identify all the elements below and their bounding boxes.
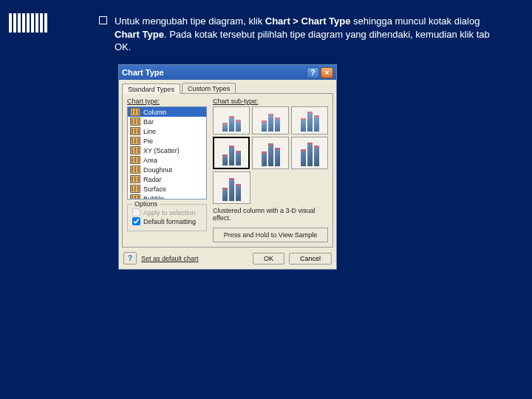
chart-type-label: Chart type: xyxy=(127,98,207,105)
chart-subtype-grid xyxy=(213,106,328,134)
default-formatting-checkbox[interactable]: Default formatting xyxy=(132,217,202,225)
bullet-marker xyxy=(99,16,107,24)
dialog-body: Chart type: Column Bar Line Pie XY (Scat… xyxy=(122,93,333,248)
radar-icon xyxy=(130,175,140,183)
scatter-icon xyxy=(130,146,140,154)
pie-icon xyxy=(130,137,140,145)
chart-type-dialog: Chart Type ? × Standard Types Custom Typ… xyxy=(118,64,337,270)
options-group: Options Apply to selection Default forma… xyxy=(127,204,207,231)
subtype-thumb[interactable] xyxy=(213,106,250,134)
list-item[interactable]: Pie xyxy=(128,136,206,146)
list-item[interactable]: Column xyxy=(128,107,206,117)
dialog-title: Chart Type xyxy=(122,68,305,77)
set-default-link[interactable]: Set as default chart xyxy=(141,255,248,262)
bar-icon xyxy=(130,117,140,126)
subtype-description: Clustered column with a 3-D visual effec… xyxy=(213,207,328,222)
ok-button[interactable]: OK xyxy=(253,253,284,265)
subtype-thumb[interactable] xyxy=(291,137,328,169)
tab-custom-types[interactable]: Custom Types xyxy=(182,83,236,93)
dialog-footer: ? Set as default chart OK Cancel xyxy=(119,248,336,269)
chart-subtype-grid-row2 xyxy=(213,137,328,169)
list-item[interactable]: Doughnut xyxy=(128,165,206,174)
cancel-button[interactable]: Cancel xyxy=(289,253,332,265)
subtype-thumb-selected[interactable] xyxy=(213,137,250,169)
help-icon[interactable]: ? xyxy=(307,67,319,78)
subtype-thumb[interactable] xyxy=(252,137,289,169)
chart-subtype-grid-row3 xyxy=(213,171,250,204)
apply-to-selection-checkbox[interactable]: Apply to selection xyxy=(132,208,202,216)
help-button[interactable]: ? xyxy=(123,252,137,265)
list-item[interactable]: Line xyxy=(128,126,206,136)
subtype-thumb[interactable] xyxy=(252,106,289,134)
close-icon[interactable]: × xyxy=(321,67,333,78)
column-icon xyxy=(130,108,140,116)
view-sample-button[interactable]: Press and Hold to View Sample xyxy=(213,228,328,242)
list-item[interactable]: XY (Scatter) xyxy=(128,146,206,155)
bubble-icon xyxy=(130,194,140,200)
list-item[interactable]: Area xyxy=(128,155,206,165)
bullet-text: Untuk mengubah tipe diagram, klik Chart … xyxy=(115,15,502,54)
chart-type-list[interactable]: Column Bar Line Pie XY (Scatter) Area Do… xyxy=(127,106,207,200)
doughnut-icon xyxy=(130,166,140,174)
list-item[interactable]: Bar xyxy=(128,117,206,126)
subtype-thumb[interactable] xyxy=(213,171,250,204)
subtype-thumb[interactable] xyxy=(291,106,328,134)
surface-icon xyxy=(130,185,140,193)
chart-subtype-label: Chart sub-type: xyxy=(213,98,328,105)
dialog-tabs: Standard Types Custom Types xyxy=(122,83,333,93)
dialog-titlebar[interactable]: Chart Type ? × xyxy=(119,65,336,80)
slide-decoration xyxy=(9,13,47,33)
list-item[interactable]: Bubble xyxy=(128,194,206,200)
line-icon xyxy=(130,127,140,135)
list-item[interactable]: Surface xyxy=(128,184,206,194)
tab-standard-types[interactable]: Standard Types xyxy=(122,83,180,94)
area-icon xyxy=(130,156,140,164)
list-item[interactable]: Radar xyxy=(128,174,206,184)
bullet-item: Untuk mengubah tipe diagram, klik Chart … xyxy=(99,15,502,54)
options-label: Options xyxy=(132,200,160,208)
